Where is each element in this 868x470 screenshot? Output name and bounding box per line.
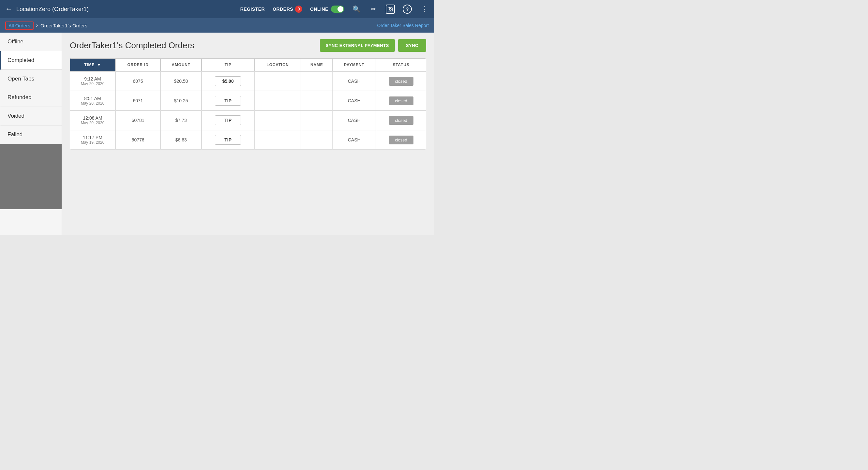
breadcrumb-bar: All Orders › OrderTaker1's Orders Order … [0, 18, 434, 33]
cell-location [254, 130, 301, 150]
tip-button[interactable]: TIP [215, 115, 241, 125]
app-title: LocationZero (OrderTaker1) [16, 6, 89, 13]
cell-amount: $6.63 [160, 130, 202, 150]
col-amount[interactable]: AMOUNT [160, 58, 202, 71]
tip-button[interactable]: TIP [215, 135, 241, 145]
status-badge[interactable]: closed [389, 96, 413, 105]
pencil-icon[interactable]: ✏ [369, 5, 378, 13]
table-row[interactable]: 12:08 AMMay 20, 202060781$7.73TIPCASHclo… [70, 111, 426, 130]
cell-tip[interactable]: TIP [202, 111, 254, 130]
orders-nav[interactable]: ORDERS 0 [273, 5, 302, 13]
cell-order-id: 60781 [116, 111, 160, 130]
cell-time: 12:08 AMMay 20, 2020 [70, 111, 116, 130]
status-badge[interactable]: closed [389, 77, 413, 86]
cell-amount: $20.50 [160, 71, 202, 91]
table-header-row: TIME ▼ ORDER ID AMOUNT TIP LOCATION NAME… [70, 58, 426, 71]
online-toggle[interactable] [331, 5, 344, 13]
sales-report-link[interactable]: Order Taker Sales Report [377, 23, 429, 28]
help-icon[interactable]: ? [403, 5, 412, 14]
cell-location [254, 71, 301, 91]
cell-payment: CASH [332, 71, 376, 91]
cell-status[interactable]: closed [376, 130, 426, 150]
cell-payment: CASH [332, 111, 376, 130]
cell-order-id: 6075 [116, 71, 160, 91]
cell-time: 11:17 PMMay 19, 2020 [70, 130, 116, 150]
cell-tip[interactable]: $5.00 [202, 71, 254, 91]
svg-point-1 [389, 8, 391, 10]
cell-name [301, 130, 332, 150]
cell-location [254, 91, 301, 111]
toggle-knob [338, 6, 343, 12]
camera-icon[interactable] [386, 5, 395, 14]
orders-badge: 0 [295, 5, 302, 13]
table-row[interactable]: 8:51 AMMay 20, 20206071$10.25TIPCASHclos… [70, 91, 426, 111]
sidebar-item-open-tabs[interactable]: Open Tabs [0, 70, 62, 88]
sidebar-item-refunded[interactable]: Refunded [0, 88, 62, 107]
col-status[interactable]: STATUS [376, 58, 426, 71]
cell-name [301, 71, 332, 91]
cell-order-id: 60776 [116, 130, 160, 150]
header-nav: REGISTER ORDERS 0 ONLINE 🔍 ✏ ? ⋮ [240, 5, 429, 14]
sidebar: Offline Completed Open Tabs Refunded Voi… [0, 33, 62, 235]
orders-label: ORDERS [273, 6, 293, 12]
page-title: OrderTaker1's Completed Orders [70, 40, 320, 51]
status-badge[interactable]: closed [389, 116, 413, 125]
cell-time: 9:12 AMMay 20, 2020 [70, 71, 116, 91]
status-badge[interactable]: closed [389, 135, 413, 145]
register-button[interactable]: REGISTER [240, 6, 265, 12]
search-icon[interactable]: 🔍 [352, 5, 361, 13]
sidebar-item-offline[interactable]: Offline [0, 33, 62, 51]
breadcrumb-separator: › [36, 23, 38, 28]
cell-tip[interactable]: TIP [202, 91, 254, 111]
cell-location [254, 111, 301, 130]
col-tip[interactable]: TIP [202, 58, 254, 71]
cell-amount: $7.73 [160, 111, 202, 130]
content-area: OrderTaker1's Completed Orders SYNC EXTE… [62, 33, 434, 235]
main-layout: Offline Completed Open Tabs Refunded Voi… [0, 33, 434, 235]
table-row[interactable]: 9:12 AMMay 20, 20206075$20.50$5.00CASHcl… [70, 71, 426, 91]
col-name[interactable]: NAME [301, 58, 332, 71]
col-order-id[interactable]: ORDER ID [116, 58, 160, 71]
orders-table: TIME ▼ ORDER ID AMOUNT TIP LOCATION NAME… [70, 58, 426, 150]
sort-arrow-icon: ▼ [97, 63, 101, 67]
cell-payment: CASH [332, 130, 376, 150]
cell-order-id: 6071 [116, 91, 160, 111]
all-orders-link[interactable]: All Orders [5, 22, 34, 30]
cell-status[interactable]: closed [376, 71, 426, 91]
col-time[interactable]: TIME ▼ [70, 58, 116, 71]
app-header: ← LocationZero (OrderTaker1) REGISTER OR… [0, 0, 434, 18]
tip-button[interactable]: $5.00 [215, 76, 241, 86]
online-toggle-wrap: ONLINE [310, 5, 344, 13]
sidebar-item-voided[interactable]: Voided [0, 107, 62, 125]
cell-status[interactable]: closed [376, 111, 426, 130]
cell-name [301, 111, 332, 130]
col-location[interactable]: LOCATION [254, 58, 301, 71]
cell-amount: $10.25 [160, 91, 202, 111]
cell-tip[interactable]: TIP [202, 130, 254, 150]
sidebar-item-failed[interactable]: Failed [0, 125, 62, 144]
sync-button[interactable]: SYNC [398, 39, 426, 52]
cell-name [301, 91, 332, 111]
sidebar-item-completed[interactable]: Completed [0, 51, 62, 70]
tip-button[interactable]: TIP [215, 96, 241, 105]
sync-external-payments-button[interactable]: SYNC EXTERNAL PAYMENTS [320, 39, 395, 52]
cell-status[interactable]: closed [376, 91, 426, 111]
col-payment[interactable]: PAYMENT [332, 58, 376, 71]
back-button[interactable]: ← [5, 5, 12, 13]
more-icon[interactable]: ⋮ [420, 5, 429, 13]
content-header: OrderTaker1's Completed Orders SYNC EXTE… [70, 39, 426, 52]
breadcrumb-current: OrderTaker1's Orders [40, 23, 87, 28]
cell-time: 8:51 AMMay 20, 2020 [70, 91, 116, 111]
cell-payment: CASH [332, 91, 376, 111]
table-row[interactable]: 11:17 PMMay 19, 202060776$6.63TIPCASHclo… [70, 130, 426, 150]
sidebar-bottom-fill [0, 144, 62, 209]
online-label: ONLINE [310, 6, 328, 12]
